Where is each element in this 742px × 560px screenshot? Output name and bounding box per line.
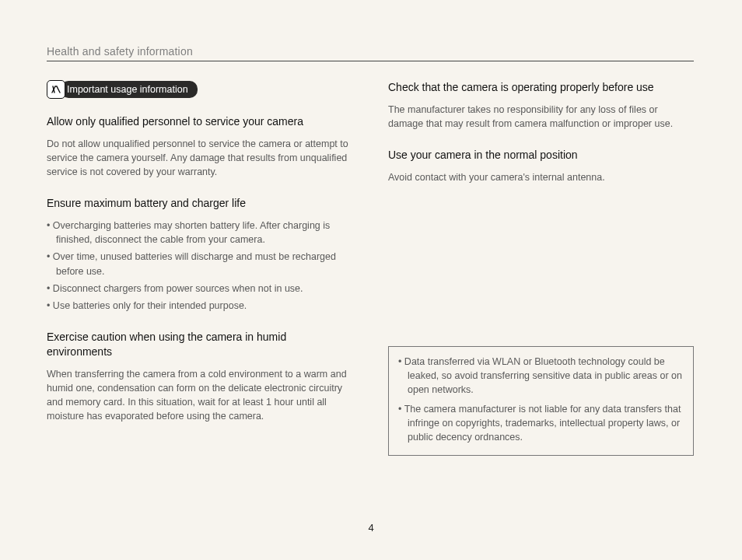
bullet-list: Data transferred via WLAN or Bluetooth t…	[398, 355, 684, 444]
two-column-layout: Important usage information Allow only q…	[47, 80, 694, 456]
section-body: When transferring the camera from a cold…	[47, 367, 352, 424]
section-body: Avoid contact with your camera's interna…	[388, 170, 694, 184]
list-item: Data transferred via WLAN or Bluetooth t…	[398, 355, 684, 397]
info-badge: Important usage information	[47, 80, 352, 99]
section-body: Do not allow unqualified personnel to se…	[47, 137, 352, 179]
section-title: Ensure maximum battery and charger life	[47, 196, 352, 211]
section-title: Use your camera in the normal position	[388, 148, 694, 163]
note-icon	[47, 80, 65, 99]
bullet-list: Overcharging batteries may shorten batte…	[47, 219, 352, 313]
callout-box: Data transferred via WLAN or Bluetooth t…	[388, 346, 694, 456]
list-item: Disconnect chargers from power sources w…	[47, 282, 352, 296]
list-item: Overcharging batteries may shorten batte…	[47, 219, 352, 247]
page-number: 4	[0, 522, 742, 534]
list-item: The camera manufacturer is not liable fo…	[398, 402, 684, 444]
manual-page: Health and safety information Important …	[0, 0, 742, 560]
list-item: Over time, unused batteries will dischar…	[47, 250, 352, 278]
info-badge-label: Important usage information	[61, 81, 198, 98]
left-column: Important usage information Allow only q…	[47, 80, 352, 456]
section-title: Check that the camera is operating prope…	[388, 80, 694, 95]
section-title: Exercise caution when using the camera i…	[47, 330, 352, 359]
section-body: The manufacturer takes no responsibility…	[388, 103, 694, 131]
section-title: Allow only qualified personnel to servic…	[47, 114, 352, 129]
page-header: Health and safety information	[47, 45, 694, 61]
list-item: Use batteries only for their intended pu…	[47, 299, 352, 313]
right-column: Check that the camera is operating prope…	[388, 80, 694, 456]
